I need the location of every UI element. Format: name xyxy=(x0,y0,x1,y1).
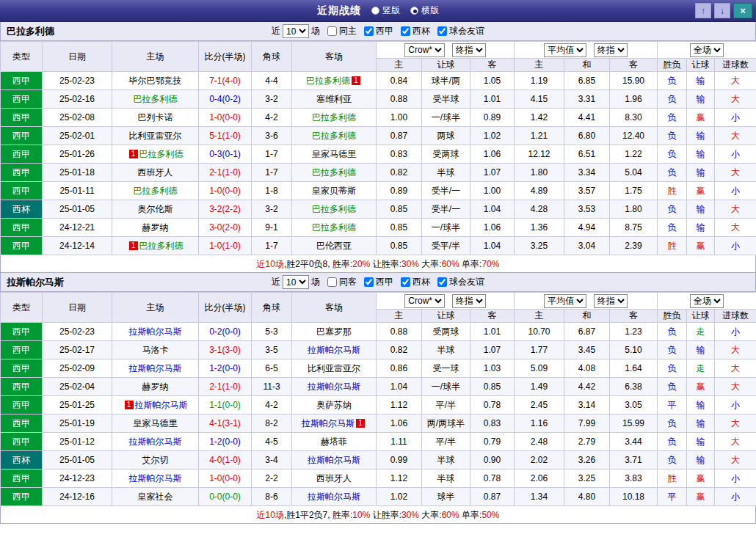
avg-source-select[interactable]: 平均值 xyxy=(544,294,586,308)
avg-away-cell: 12.40 xyxy=(610,127,658,145)
odds-source-select[interactable]: Crow* xyxy=(404,43,445,57)
home-team-cell: 比利亚雷亚尔 xyxy=(112,127,199,145)
home-team-name: 巴拉多利德 xyxy=(134,94,178,104)
avg-time-select[interactable]: 终指 xyxy=(594,294,628,308)
radio-icon xyxy=(371,7,379,15)
avg-draw-cell: 3.04 xyxy=(564,237,610,255)
date-cell: 25-02-17 xyxy=(43,341,112,359)
goals-cell: 大 xyxy=(715,200,756,219)
layout-radio-vertical[interactable]: 竖版 xyxy=(371,4,400,17)
home-team-name: 毕尔巴鄂竞技 xyxy=(129,76,182,86)
match-row: 西甲25-02-08巴列卡诺1-0(0-0)4-2巴拉多利德1.00一/球半0.… xyxy=(1,109,756,127)
goals-cell: 大 xyxy=(715,341,756,359)
handicap-result-cell: 输 xyxy=(687,219,715,237)
result-cell: 负 xyxy=(658,90,687,109)
home-odds-cell: 1.02 xyxy=(377,488,422,506)
handicap-cell: 受平/半 xyxy=(422,237,470,255)
avg-draw-cell: 4.41 xyxy=(564,109,610,127)
matches-table: 类型 日期 主场 比分(半场) 角球 客场 Crow* 终指 平均值 终指 xyxy=(0,292,756,506)
handicap-cell: 受两球 xyxy=(422,145,470,164)
home-team-cell: 拉斯帕尔马斯 xyxy=(112,470,199,488)
avg-source-cell: 平均值 终指 xyxy=(515,42,658,59)
odds-source-cell: Crow* 终指 xyxy=(377,42,515,59)
odds-time-select[interactable]: 终指 xyxy=(452,294,486,308)
avg-draw-cell: 3.26 xyxy=(564,451,610,470)
date-cell: 25-02-23 xyxy=(43,323,112,341)
home-team-cell: 拉斯帕尔马斯 xyxy=(112,323,199,341)
date-cell: 25-01-12 xyxy=(43,433,112,451)
match-row: 西甲25-01-251拉斯帕尔马斯1-1(0-0)4-2奥萨苏纳1.12平/半0… xyxy=(1,396,756,414)
scroll-down-button[interactable]: ↓ xyxy=(714,3,730,18)
filter-checkbox-laliga[interactable]: 西甲 xyxy=(364,25,393,37)
layout-radio-horizontal[interactable]: 横版 xyxy=(410,4,439,17)
home-odds-cell: 0.86 xyxy=(377,359,422,378)
home-team-cell: 毕尔巴鄂竞技 xyxy=(112,72,199,90)
col-header-handicap: 让球 xyxy=(422,59,470,72)
radio-icon xyxy=(410,7,418,15)
avg-source-select[interactable]: 平均值 xyxy=(544,43,586,57)
scope-select[interactable]: 全场 xyxy=(690,294,724,308)
summary-text: 20% xyxy=(352,259,370,269)
home-odds-cell: 0.99 xyxy=(377,451,422,470)
handicap-cell: 半球 xyxy=(422,470,470,488)
scroll-up-button[interactable]: ↑ xyxy=(695,3,711,18)
date-cell: 25-01-18 xyxy=(43,164,112,182)
away-team-name: 拉斯帕尔马斯 xyxy=(302,418,355,428)
league-cell: 西甲 xyxy=(1,127,43,145)
filter-bar: 近 10 场 同客 西甲 西杯 球会友谊 xyxy=(272,275,484,289)
home-odds-cell: 1.06 xyxy=(377,414,422,433)
league-cell: 西甲 xyxy=(1,323,43,341)
avg-away-cell: 15.90 xyxy=(610,72,658,90)
close-button[interactable]: × xyxy=(733,3,752,18)
away-team-cell: 拉斯帕尔马斯 xyxy=(292,378,377,396)
filter-checkbox-copa[interactable]: 西杯 xyxy=(401,276,430,288)
col-header-handicap-result: 让球 xyxy=(687,59,715,72)
filter-checkbox-copa[interactable]: 西杯 xyxy=(401,25,430,37)
match-count-select[interactable]: 10 xyxy=(283,275,309,289)
handicap-result-cell: 输 xyxy=(687,200,715,219)
home-team-cell: 皇家社会 xyxy=(112,488,199,506)
odds-source-select[interactable]: Crow* xyxy=(404,294,445,308)
result-cell: 负 xyxy=(658,127,687,145)
avg-draw-cell: 3.25 xyxy=(564,470,610,488)
avg-time-select[interactable]: 终指 xyxy=(594,43,628,57)
date-cell: 25-02-04 xyxy=(43,378,112,396)
filter-checkbox-laliga[interactable]: 西甲 xyxy=(364,276,393,288)
filter-checkbox-friendly[interactable]: 球会友谊 xyxy=(437,276,484,288)
col-header-home: 主场 xyxy=(112,42,199,72)
goals-cell: 大 xyxy=(715,378,756,396)
filter-checkbox-friendly[interactable]: 球会友谊 xyxy=(437,25,484,37)
summary-text: ,胜1平2负7, 胜率: xyxy=(284,510,352,520)
filter-checkbox-same-venue[interactable]: 同客 xyxy=(327,276,357,288)
match-row: 西杯25-01-05奥尔伦斯3-2(2-2)3-2巴拉多利德0.85受半/一1.… xyxy=(1,200,756,219)
filter-games-label: 场 xyxy=(311,25,320,37)
result-cell: 胜 xyxy=(658,470,687,488)
home-odds-cell: 0.85 xyxy=(377,219,422,237)
handicap-result-cell: 赢 xyxy=(687,182,715,200)
handicap-result-cell: 输 xyxy=(687,145,715,164)
avg-home-cell: 2.45 xyxy=(515,396,564,414)
scope-select[interactable]: 全场 xyxy=(690,43,724,57)
odds-time-select[interactable]: 终指 xyxy=(452,43,486,57)
avg-draw-cell: 7.99 xyxy=(564,414,610,433)
result-cell: 负 xyxy=(658,359,687,378)
avg-home-cell: 2.02 xyxy=(515,451,564,470)
corner-cell: 8-2 xyxy=(252,414,292,433)
away-team-cell: 奥萨苏纳 xyxy=(292,396,377,414)
score-cell: 1-0(0-0) xyxy=(199,182,252,200)
home-team-name: 拉斯帕尔马斯 xyxy=(135,400,188,410)
goals-cell: 小 xyxy=(715,109,756,127)
col-header-handicap: 让球 xyxy=(422,310,470,323)
score-cell: 1-0(0-0) xyxy=(199,109,252,127)
match-count-select[interactable]: 10 xyxy=(283,24,309,38)
avg-away-cell: 8.75 xyxy=(610,219,658,237)
filter-checkbox-same-venue[interactable]: 同主 xyxy=(327,25,357,37)
home-team-cell: 1巴拉多利德 xyxy=(112,145,199,164)
avg-draw-cell: 4.80 xyxy=(564,488,610,506)
home-team-cell: 西班牙人 xyxy=(112,164,199,182)
col-header-avg-draw: 和 xyxy=(564,59,610,72)
home-team-cell: 赫罗纳 xyxy=(112,378,199,396)
col-header-odds-away: 客 xyxy=(470,310,515,323)
handicap-cell: 球半 xyxy=(422,488,470,506)
home-odds-cell: 0.88 xyxy=(377,90,422,109)
